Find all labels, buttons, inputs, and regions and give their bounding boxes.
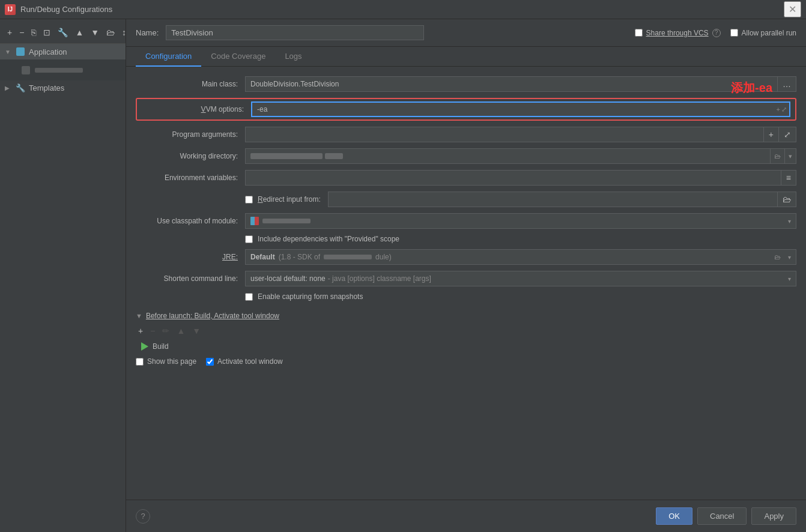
- redirect-row: Redirect input from: 🗁: [245, 192, 796, 207]
- tab-configuration[interactable]: Configuration: [136, 47, 201, 67]
- build-arrow-icon: [141, 342, 148, 351]
- vm-options-row: VVM options: + ⤢: [136, 98, 796, 121]
- vm-options-input[interactable]: [252, 103, 774, 116]
- copy-config-button[interactable]: ⎘: [29, 26, 38, 38]
- sort-button[interactable]: ↕: [120, 26, 126, 38]
- help-icon[interactable]: ?: [712, 29, 721, 37]
- redirect-label: Redirect input from:: [258, 195, 321, 204]
- working-dir-label: Working directory:: [136, 152, 238, 160]
- working-dir-input-group: 🗁 ▾: [245, 148, 796, 164]
- wrench-icon: 🔧: [16, 83, 25, 92]
- redirect-input[interactable]: [328, 192, 778, 207]
- before-launch-remove-button[interactable]: −: [148, 325, 157, 337]
- right-panel: Name: Share through VCS ? Allow parallel…: [126, 19, 806, 532]
- activate-tool-window-label: Activate tool window: [217, 357, 283, 366]
- main-content: + − ⎘ ⊡ 🔧 ▲ ▼ 🗁 ↕ ▼ Application ▶ 🔧 Temp…: [0, 19, 806, 532]
- sidebar-item-testdivision[interactable]: [0, 59, 126, 80]
- tab-code-coverage[interactable]: Code Coverage: [201, 47, 275, 67]
- before-launch-down-button[interactable]: ▼: [190, 325, 203, 337]
- env-vars-browse-button[interactable]: ≡: [781, 170, 796, 186]
- redirect-browse-button[interactable]: 🗁: [778, 192, 796, 207]
- before-launch-collapse-icon[interactable]: ▼: [136, 312, 142, 319]
- program-args-plus-button[interactable]: +: [764, 127, 779, 142]
- vm-expand-icon[interactable]: ⤢: [781, 106, 787, 113]
- program-args-row: Program arguments: + ⤢: [136, 127, 796, 142]
- show-page-label: Show this page: [147, 357, 196, 366]
- add-config-button[interactable]: +: [5, 26, 14, 38]
- testdivision-icon: [22, 66, 30, 74]
- vm-options-label: VVM options:: [142, 105, 244, 113]
- shorten-select[interactable]: user-local default: none - java [options…: [245, 271, 796, 286]
- share-vcs-checkbox[interactable]: [635, 29, 643, 37]
- cancel-button[interactable]: Cancel: [697, 507, 747, 525]
- module-icon: [250, 217, 259, 225]
- help-button[interactable]: ?: [136, 509, 150, 524]
- env-vars-row: Environment variables: ≡: [136, 170, 796, 186]
- vm-options-input-wrapper: + ⤢: [251, 101, 790, 117]
- working-dir-folder-button[interactable]: 🗁: [771, 148, 785, 164]
- build-label: Build: [153, 342, 169, 351]
- main-class-row: Main class: …: [136, 76, 796, 92]
- sidebar-item-templates[interactable]: ▶ 🔧 Templates: [0, 80, 126, 95]
- tab-logs[interactable]: Logs: [275, 47, 311, 67]
- working-dir-row: Working directory: 🗁 ▾: [136, 148, 796, 164]
- titlebar-title: Run/Debug Configurations: [20, 5, 112, 14]
- include-deps-checkbox[interactable]: [245, 235, 253, 243]
- jre-folder-button[interactable]: 🗁: [771, 249, 784, 265]
- show-activate-row: Show this page Activate tool window: [136, 357, 796, 366]
- env-vars-input[interactable]: [245, 170, 781, 186]
- include-deps-label: Include dependencies with "Provided" sco…: [258, 235, 399, 243]
- redirect-checkbox[interactable]: [245, 196, 253, 204]
- main-class-input[interactable]: [245, 76, 778, 92]
- parallel-run-checkbox[interactable]: [730, 29, 738, 37]
- close-button[interactable]: ✕: [784, 1, 801, 17]
- before-launch-edit-button[interactable]: ✏: [160, 325, 172, 337]
- jre-select[interactable]: Default (1.8 - SDK of dule) 🗁 ▾: [245, 249, 796, 265]
- config-header: Name: Share through VCS ? Allow parallel…: [126, 19, 806, 47]
- folder-button[interactable]: 🗁: [104, 26, 117, 38]
- program-args-input[interactable]: [245, 127, 764, 142]
- shorten-label: Shorten command line:: [136, 274, 238, 283]
- footer: ? OK Cancel Apply: [126, 500, 806, 532]
- working-dir-value2: [325, 153, 343, 159]
- move-up-button[interactable]: ▲: [73, 26, 86, 38]
- working-dir-dropdown-button[interactable]: ▾: [785, 148, 796, 164]
- save-config-button[interactable]: ⊡: [41, 26, 53, 38]
- before-launch-toolbar: + − ✏ ▲ ▼: [136, 325, 796, 337]
- vm-options-actions: + ⤢: [774, 106, 789, 113]
- parallel-run-checkbox-group: Allow parallel run: [730, 29, 796, 37]
- templates-arrow-icon: ▶: [5, 85, 12, 91]
- classpath-label: Use classpath of module:: [136, 217, 238, 225]
- enable-snapshots-checkbox[interactable]: [245, 293, 253, 301]
- jre-detail: (1.8 - SDK of: [279, 253, 320, 261]
- program-args-expand-button[interactable]: ⤢: [779, 127, 796, 142]
- classpath-row: Use classpath of module: ▾: [136, 213, 796, 229]
- main-class-browse-button[interactable]: …: [778, 76, 796, 92]
- before-launch-up-button[interactable]: ▲: [174, 325, 187, 337]
- module-select[interactable]: ▾: [245, 213, 796, 229]
- edit-config-button[interactable]: 🔧: [55, 26, 70, 38]
- show-page-checkbox[interactable]: [136, 358, 144, 366]
- footer-left: ?: [136, 509, 150, 524]
- ok-button[interactable]: OK: [656, 507, 692, 525]
- working-dir-display[interactable]: [245, 148, 771, 164]
- main-class-label: Main class:: [136, 80, 238, 88]
- apply-button[interactable]: Apply: [751, 507, 796, 525]
- include-deps-row: Include dependencies with "Provided" sco…: [245, 235, 796, 243]
- build-item[interactable]: Build: [136, 340, 796, 352]
- jre-path: [324, 255, 372, 259]
- redirect-input-group: 🗁: [328, 192, 796, 207]
- footer-right: OK Cancel Apply: [656, 507, 796, 525]
- module-name: [262, 219, 311, 223]
- vm-plus-icon: +: [777, 106, 780, 113]
- sidebar-toolbar: + − ⎘ ⊡ 🔧 ▲ ▼ 🗁 ↕: [0, 24, 126, 44]
- activate-tool-window-item: Activate tool window: [206, 357, 283, 366]
- remove-config-button[interactable]: −: [17, 26, 26, 38]
- activate-tool-window-checkbox[interactable]: [206, 358, 214, 366]
- name-input[interactable]: [166, 25, 424, 40]
- name-label: Name:: [136, 28, 159, 37]
- before-launch-header: ▼ Before launch: Build, Activate tool wi…: [136, 312, 796, 320]
- before-launch-add-button[interactable]: +: [136, 325, 145, 337]
- move-down-button[interactable]: ▼: [88, 26, 102, 38]
- sidebar-item-application[interactable]: ▼ Application: [0, 44, 126, 59]
